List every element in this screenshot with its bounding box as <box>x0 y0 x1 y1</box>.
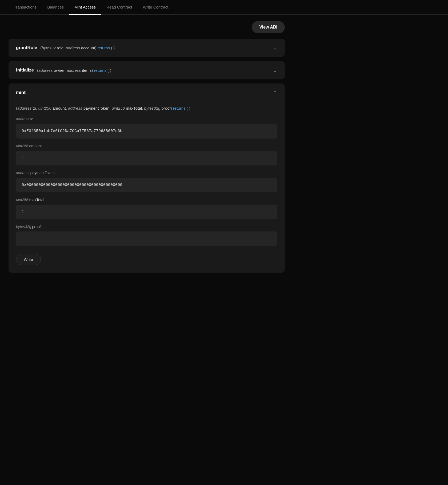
mint-amount-label: uint256 amount <box>16 144 277 148</box>
mint-amount-input[interactable] <box>16 151 277 165</box>
mint-payment-token-input[interactable] <box>16 178 277 192</box>
mint-field-proof: bytes32[] proof <box>16 225 277 246</box>
grant-role-chevron: ⌄ <box>273 45 277 51</box>
mint-name: mint <box>16 90 26 95</box>
mint-card: mint ⌃ (address to, uint256 amount, addr… <box>9 84 285 273</box>
mint-field-to: address to <box>16 117 277 138</box>
mint-max-total-label: uint256 maxTotal <box>16 198 277 202</box>
mint-signature: (address to, uint256 amount, address pay… <box>16 106 277 110</box>
mint-proof-label: bytes32[] proof <box>16 225 277 229</box>
initialize-card: initialize (address owner, address items… <box>9 61 285 79</box>
mint-proof-input[interactable] <box>16 232 277 246</box>
grant-role-returns-paren: ( ) <box>111 46 115 50</box>
initialize-params: (address owner, address items) <box>37 68 93 73</box>
mint-payment-token-label: address paymentToken <box>16 171 277 175</box>
mint-to-label: address to <box>16 117 277 121</box>
mint-field-max-total: uint256 maxTotal <box>16 198 277 219</box>
mint-max-total-input[interactable] <box>16 205 277 219</box>
initialize-chevron: ⌄ <box>273 67 277 73</box>
tab-read-contract[interactable]: Read Contract <box>101 0 138 15</box>
grant-role-returns: returns <box>98 46 110 50</box>
grant-role-name: grantRole <box>16 45 37 50</box>
top-navigation: Transactions Balances Mint Access Read C… <box>0 0 448 15</box>
initialize-returns: returns <box>94 68 106 73</box>
initialize-header[interactable]: initialize (address owner, address items… <box>9 61 285 79</box>
initialize-returns-paren: ( ) <box>107 68 111 73</box>
mint-chevron: ⌃ <box>273 89 277 96</box>
tab-mint-access[interactable]: Mint Access <box>69 0 101 15</box>
grant-role-card: grantRole (bytes32 role, address account… <box>9 39 285 57</box>
view-abi-button[interactable]: View ABI <box>252 21 285 33</box>
grant-role-title-row: grantRole (bytes32 role, address account… <box>16 45 115 50</box>
tab-transactions[interactable]: Transactions <box>9 0 42 15</box>
mint-returns-label: returns <box>173 106 186 110</box>
mint-header[interactable]: mint ⌃ <box>9 84 285 102</box>
mint-field-payment-token: address paymentToken <box>16 171 277 192</box>
toolbar: View ABI <box>9 21 285 33</box>
mint-body: (address to, uint256 amount, address pay… <box>9 102 285 273</box>
mint-write-button[interactable]: Write <box>16 254 41 265</box>
mint-field-amount: uint256 amount <box>16 144 277 165</box>
main-content: View ABI grantRole (bytes32 role, addres… <box>0 15 293 283</box>
tab-write-contract[interactable]: Write Contract <box>138 0 174 15</box>
initialize-title-row: initialize (address owner, address items… <box>16 67 111 73</box>
mint-to-input[interactable] <box>16 124 277 138</box>
tab-balances[interactable]: Balances <box>42 0 69 15</box>
grant-role-header[interactable]: grantRole (bytes32 role, address account… <box>9 39 285 57</box>
mint-title-row: mint <box>16 90 28 95</box>
grant-role-params: (bytes32 role, address account) <box>40 46 96 50</box>
initialize-name: initialize <box>16 67 34 73</box>
